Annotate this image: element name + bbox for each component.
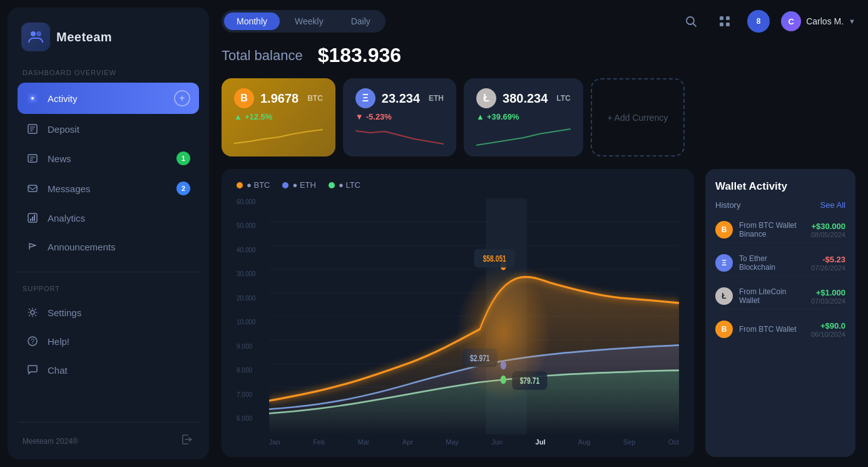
announcements-icon <box>26 240 39 253</box>
btc-value: 1.9678 <box>260 91 299 106</box>
svg-rect-13 <box>28 185 37 192</box>
sidebar-item-announcements[interactable]: Announcements <box>18 233 199 260</box>
currency-card-eth[interactable]: Ξ 23.234 ETH ▼ -5.23% <box>343 78 456 157</box>
main-nav: Activity + Deposit <box>18 83 199 262</box>
wallet-title: Wallet Activity <box>715 180 845 193</box>
wallet-item-0-desc: From BTC Wallet Binance <box>739 221 805 239</box>
x-jul: Jul <box>536 438 546 446</box>
wallet-item-2-desc: From LiteCoin Wallet <box>739 287 805 305</box>
eth-coin-icon: Ξ <box>355 88 375 108</box>
notification-count: 8 <box>757 17 761 26</box>
logo-area: Meeteam <box>18 23 199 51</box>
wallet-history-header: History See All <box>715 200 845 210</box>
grid-button[interactable] <box>713 10 736 33</box>
wallet-item-1-amount: -$5.23 <box>811 255 845 264</box>
wallet-item-2-info: From LiteCoin Wallet <box>739 287 805 305</box>
svg-rect-17 <box>34 215 35 221</box>
sidebar-item-activity-label: Activity <box>48 93 165 104</box>
wallet-item-1-date: 07/26/2024 <box>811 264 845 272</box>
eth-value: 23.234 <box>382 91 420 106</box>
tab-weekly[interactable]: Weekly <box>282 13 336 30</box>
wallet-item-3-desc: From BTC Wallet <box>739 325 805 334</box>
sidebar: Meeteam Dashboard Overview Activity + <box>8 8 209 459</box>
x-jun: Jun <box>491 438 503 446</box>
legend-ltc: ● LTC <box>329 180 360 190</box>
activity-icon <box>26 92 39 105</box>
tab-daily[interactable]: Daily <box>339 13 383 30</box>
svg-point-4 <box>31 97 34 100</box>
add-currency-card[interactable]: + Add Currency <box>591 78 685 157</box>
sidebar-item-activity[interactable]: Activity + <box>18 83 199 114</box>
chart-wrapper: ● BTC ● ETH ● LTC <box>222 169 855 457</box>
legend-eth: ● ETH <box>282 180 315 190</box>
sidebar-item-analytics[interactable]: Analytics <box>18 204 199 232</box>
notification-button[interactable]: 8 <box>747 10 770 33</box>
svg-rect-26 <box>726 23 730 26</box>
currency-card-ltc[interactable]: Ł 380.234 LTC ▲ +39.69% <box>464 78 583 157</box>
legend-btc: ● BTC <box>237 180 270 190</box>
wallet-item-1-icon: Ξ <box>715 254 733 272</box>
sidebar-item-messages[interactable]: Messages 2 <box>18 174 199 203</box>
sidebar-divider <box>18 272 199 272</box>
wallet-item-0-right: +$30.000 08/05/2024 <box>811 222 845 239</box>
sidebar-item-deposit[interactable]: Deposit <box>18 115 199 143</box>
x-apr: Apr <box>402 438 413 446</box>
svg-point-46 <box>456 266 550 401</box>
tab-monthly[interactable]: Monthly <box>224 13 280 30</box>
search-button[interactable] <box>680 10 702 33</box>
logout-icon[interactable] <box>180 433 194 449</box>
user-chevron-icon: ▼ <box>849 18 855 25</box>
app-name: Meeteam <box>56 30 112 44</box>
user-menu[interactable]: C Carlos M. ▼ <box>781 11 855 31</box>
svg-rect-25 <box>720 23 723 26</box>
see-all-button[interactable]: See All <box>820 200 845 210</box>
sidebar-item-settings[interactable]: Settings <box>18 299 199 326</box>
history-label: History <box>715 200 740 210</box>
eth-change: ▼ -5.23% <box>355 112 444 121</box>
svg-text:?: ? <box>31 337 34 345</box>
wallet-item-0: B From BTC Wallet Binance +$30.000 08/05… <box>715 217 845 243</box>
messages-icon <box>26 182 39 195</box>
y-6000: 6.000 <box>237 415 269 422</box>
y-10000: 10.000 <box>237 319 269 326</box>
y-60000: 60.000 <box>237 198 269 205</box>
sidebar-item-announcements-label: Announcements <box>48 242 190 252</box>
sidebar-item-chat[interactable]: Chat <box>18 356 199 384</box>
sidebar-item-help-label: Help! <box>48 336 190 347</box>
wallet-item-3: B From BTC Wallet +$90.0 06/10/2024 <box>715 317 845 342</box>
currency-card-btc[interactable]: B 1.9678 BTC ▲ +12.5% <box>222 78 335 157</box>
y-50000: 50.000 <box>237 222 269 229</box>
sidebar-item-news[interactable]: News 1 <box>18 144 199 173</box>
wallet-item-1-desc: To Ether Blockchain <box>739 254 805 272</box>
balance-value: $183.936 <box>318 44 401 67</box>
eth-legend-dot <box>282 182 288 188</box>
wallet-item-1-right: -$5.23 07/26/2024 <box>811 255 845 272</box>
sidebar-item-news-label: News <box>48 153 168 164</box>
sidebar-item-messages-label: Messages <box>48 183 168 194</box>
svg-point-0 <box>31 31 36 36</box>
x-aug: Aug <box>578 438 591 446</box>
dashboard-section-label: Dashboard Overview <box>18 69 199 76</box>
y-8000: 8.000 <box>237 367 269 374</box>
news-badge: 1 <box>176 151 190 165</box>
logo-icon <box>21 23 50 51</box>
svg-point-18 <box>31 310 34 314</box>
sidebar-item-help[interactable]: ? Help! <box>18 327 199 355</box>
wallet-item-2-date: 07/03/2024 <box>811 297 845 305</box>
messages-badge: 2 <box>176 182 190 195</box>
user-avatar: C <box>781 11 801 31</box>
svg-rect-9 <box>28 155 37 162</box>
add-activity-btn[interactable]: + <box>174 90 190 106</box>
y-40000: 40.000 <box>237 247 269 254</box>
svg-rect-16 <box>32 217 33 221</box>
wallet-panel: Wallet Activity History See All B From B… <box>705 169 855 457</box>
sidebar-item-settings-label: Settings <box>48 307 190 318</box>
wallet-item-3-right: +$90.0 06/10/2024 <box>811 321 845 338</box>
wallet-item-3-icon: B <box>715 321 733 338</box>
balance-label: Total balance <box>222 48 303 64</box>
legend-ltc-label: ● LTC <box>339 180 360 190</box>
svg-rect-12 <box>30 160 33 161</box>
x-mar: Mar <box>357 438 369 446</box>
main-chart-svg: $58.051 $2.971 $79.71 <box>269 198 679 434</box>
wallet-item-1: Ξ To Ether Blockchain -$5.23 07/26/2024 <box>715 250 845 276</box>
